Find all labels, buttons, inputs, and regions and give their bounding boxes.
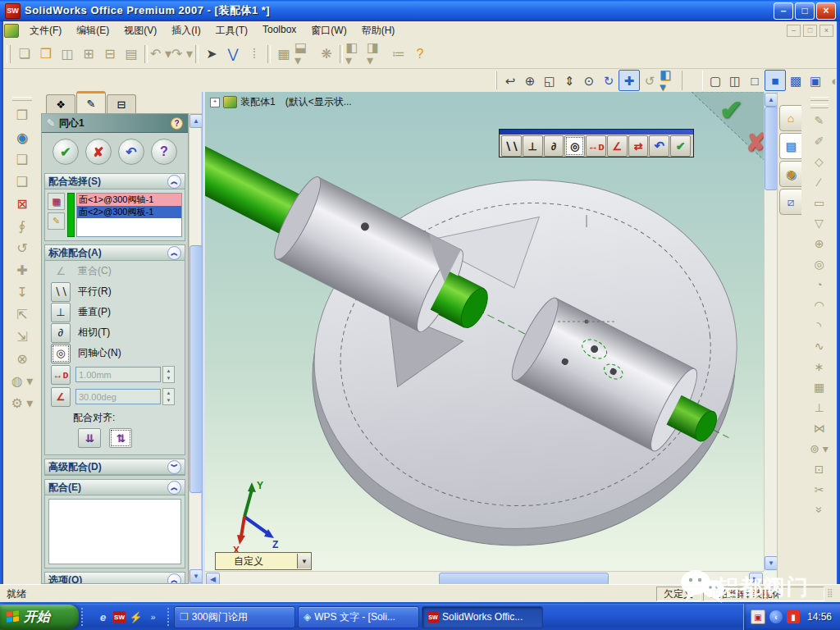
mate-coincident[interactable]: ∠ 重合(C): [45, 261, 185, 281]
smart-fasteners-icon[interactable]: ↧: [11, 281, 34, 304]
insert-component-icon[interactable]: ❒: [11, 104, 34, 126]
menu-window[interactable]: 窗口(W): [304, 22, 354, 39]
menu-tools[interactable]: 工具(T): [208, 22, 255, 39]
open-file-icon[interactable]: ❒: [35, 43, 57, 65]
sketch-icon[interactable]: ✎: [810, 110, 829, 130]
taskbar-wps-task[interactable]: ◈ WPS 文字 - [Soli...: [298, 606, 419, 628]
ctx-flip-alignment-icon[interactable]: ⇄: [628, 135, 649, 157]
tray-download-icon[interactable]: ▮: [787, 610, 800, 623]
sep[interactable]: [340, 45, 343, 63]
color-swatch-icon[interactable]: ❋: [316, 43, 337, 65]
offset-entities-icon[interactable]: ⊚ ▾: [810, 438, 829, 459]
mate-icon[interactable]: ∮: [11, 215, 34, 237]
featuremanager-tab[interactable]: ❖: [46, 94, 75, 113]
aligned-button[interactable]: ⇊: [78, 428, 101, 448]
taskpane-resources-tab[interactable]: ▤: [779, 133, 804, 159]
mate-selections-listbox[interactable]: 面<1>@300阀轴-1面<2>@300阀板-1: [76, 193, 182, 237]
multiple-mate-mode-icon[interactable]: ✎: [48, 212, 65, 230]
ctx-accept-icon[interactable]: ✔: [670, 135, 691, 157]
selection-face-1[interactable]: 面<1>@300阀轴-1: [77, 194, 181, 206]
scroll-left-button[interactable]: ◀: [206, 573, 220, 584]
print-icon[interactable]: ▤: [121, 43, 142, 65]
more-tools-icon[interactable]: »: [809, 500, 829, 520]
collapse-chevron-icon[interactable]: ︽: [167, 246, 181, 260]
view-3d-icon[interactable]: ↺: [640, 71, 660, 90]
interference-detection-icon[interactable]: ⊗: [11, 348, 34, 370]
pm-help-button[interactable]: ?: [151, 139, 177, 165]
move-component-icon[interactable]: ✚: [11, 259, 34, 281]
anti-aligned-button[interactable]: ⇅: [109, 428, 132, 448]
explode-line-icon[interactable]: ⇲: [11, 326, 34, 348]
taskbar-solidworks-task[interactable]: SW SolidWorks Offic...: [422, 606, 543, 628]
configurationmanager-tab[interactable]: ⊟: [107, 94, 136, 113]
collapse-chevron-icon[interactable]: ︽: [167, 573, 181, 585]
tray-media-icon[interactable]: ▣: [751, 609, 765, 624]
toolbar-grip[interactable]: [810, 104, 829, 108]
viewport-vertical-scrollbar[interactable]: ▲ ▼: [764, 92, 777, 571]
new-file-icon[interactable]: ❏: [14, 43, 35, 65]
hidden-lines-visible-icon[interactable]: ◫: [725, 71, 745, 90]
rotate-view-icon[interactable]: ↻: [599, 71, 619, 90]
quicklaunch-ie-icon[interactable]: e: [96, 610, 110, 624]
mate-concentric[interactable]: ◎ 同轴心(N): [45, 343, 185, 363]
previous-view-icon[interactable]: ↩: [500, 71, 520, 90]
options-icon[interactable]: ⬓ ▾: [294, 43, 316, 65]
viewport-horizontal-scrollbar[interactable]: ◀ ▶: [205, 571, 764, 584]
toolbar-grip[interactable]: [7, 45, 11, 63]
hide-component-icon[interactable]: ⊠: [11, 193, 34, 215]
ctx-angle-icon[interactable]: ∠: [607, 135, 628, 157]
hidden-lines-removed-icon[interactable]: □: [745, 71, 765, 90]
show-hidden-components-icon[interactable]: ◉: [11, 126, 34, 148]
sw-tools-icon[interactable]: ◧ ▾: [345, 43, 367, 65]
group-caption[interactable]: 配合(E) ︽: [45, 480, 185, 495]
ctx-concentric-icon[interactable]: ◎: [564, 135, 585, 157]
zoom-inout-icon[interactable]: ⇕: [559, 71, 579, 90]
circle-icon[interactable]: ⊕: [810, 233, 829, 253]
quicklaunch-more-icon[interactable]: »: [146, 610, 160, 624]
exploded-view-icon[interactable]: ⇱: [11, 304, 34, 326]
make-drawing-icon[interactable]: ⊞: [78, 43, 99, 65]
add-relation-icon[interactable]: ⊥: [810, 397, 829, 418]
mate-type-icon[interactable]: ◎: [51, 344, 71, 363]
ctx-tangent-icon[interactable]: ∂: [544, 135, 564, 157]
whats-new-help-icon[interactable]: ?: [171, 117, 183, 130]
redo-icon[interactable]: ↷ ▾: [171, 43, 193, 65]
pm-undo-button[interactable]: ↶: [118, 139, 144, 165]
scrollbar-thumb[interactable]: [439, 573, 609, 584]
select-icon[interactable]: ➤: [201, 43, 222, 65]
angle-input[interactable]: [75, 389, 161, 404]
assembly-tree-label[interactable]: 装配体1 (默认<显示状...: [240, 95, 352, 109]
convert-entities-icon[interactable]: ⊡: [810, 459, 829, 479]
collapse-chevron-icon[interactable]: ︽: [167, 481, 181, 495]
propertymanager-tab[interactable]: ✎: [76, 91, 106, 113]
close-button[interactable]: ×: [816, 2, 836, 20]
help-icon[interactable]: ?: [409, 43, 431, 65]
distance-spinner[interactable]: ▲▼: [162, 366, 175, 383]
toolbar-grip[interactable]: [495, 71, 497, 89]
mate-type-icon[interactable]: ∠: [51, 262, 71, 281]
wireframe-icon[interactable]: ▢: [705, 71, 725, 90]
polygon-icon[interactable]: ▽: [810, 212, 829, 233]
scroll-up-button[interactable]: ▲: [765, 93, 777, 107]
mate-type-icon[interactable]: ∂: [51, 323, 71, 343]
mdi-close-button[interactable]: ×: [819, 25, 833, 37]
scroll-up-button[interactable]: ▲: [189, 114, 203, 128]
mate-type-icon[interactable]: ∖∖: [51, 282, 71, 302]
three-point-arc-icon[interactable]: ◝: [810, 315, 829, 336]
ctx-distance-icon[interactable]: ↔ᴅ: [586, 135, 606, 157]
tangent-arc-icon[interactable]: ◠: [810, 294, 829, 315]
restore-button[interactable]: □: [795, 2, 815, 20]
group-caption[interactable]: 高级配合(D) ︾: [45, 459, 185, 475]
component-a-icon[interactable]: ❑: [11, 148, 34, 171]
design-checker-icon[interactable]: ≔: [388, 43, 409, 65]
expand-chevron-icon[interactable]: ︾: [167, 460, 181, 474]
save-icon[interactable]: ◫: [57, 43, 78, 65]
menu-insert[interactable]: 插入(I): [164, 22, 208, 39]
start-button[interactable]: 开始: [0, 605, 79, 629]
trim-entities-icon[interactable]: ✂: [810, 479, 829, 500]
magnified-selection-icon[interactable]: ⁞: [244, 43, 265, 65]
sep[interactable]: [144, 45, 148, 63]
scroll-down-button[interactable]: ▼: [765, 556, 777, 570]
selection-filter-graphics-icon[interactable]: ▦: [48, 193, 65, 210]
scroll-down-button[interactable]: ▼: [189, 569, 203, 583]
